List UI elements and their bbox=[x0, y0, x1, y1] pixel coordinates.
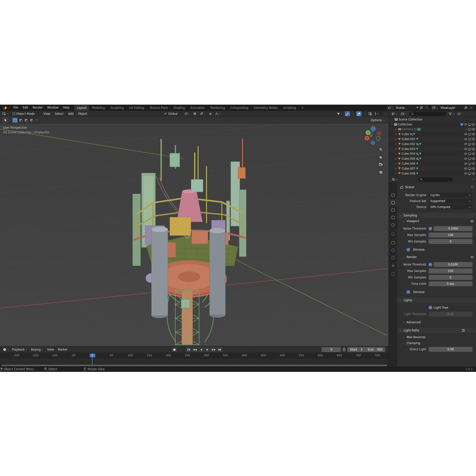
disable-render-toggle[interactable] bbox=[472, 148, 475, 150]
outliner-row[interactable]: ▾ Collection ✓ bbox=[389, 122, 476, 127]
collection-checkbox[interactable]: ✓ bbox=[460, 123, 463, 126]
properties-tab[interactable] bbox=[389, 222, 397, 228]
outliner-row[interactable]: ▸ Cube.007 ✓ bbox=[389, 166, 476, 171]
hide-eye-toggle[interactable] bbox=[464, 168, 467, 170]
properties-tab[interactable] bbox=[389, 199, 397, 206]
workspace-tab[interactable]: Texture Paint bbox=[147, 105, 171, 111]
hide-eye-toggle[interactable] bbox=[464, 133, 467, 135]
topbar-menu[interactable]: Help bbox=[61, 106, 72, 109]
active-tool-button[interactable] bbox=[2, 118, 8, 123]
expand-arrow[interactable]: ▸ bbox=[395, 133, 397, 135]
sampling-panel-header[interactable]: ⌄Sampling ⋮⋮⋮ bbox=[397, 212, 476, 218]
hide-eye-toggle[interactable] bbox=[464, 123, 467, 125]
scene-selector[interactable]: Scene × bbox=[387, 105, 429, 110]
property-dropdown[interactable]: Supported bbox=[429, 199, 473, 204]
shading-material-button[interactable] bbox=[379, 113, 381, 114]
disable-viewport-toggle[interactable] bbox=[468, 138, 471, 140]
snap-magnet-toggle[interactable] bbox=[192, 111, 197, 116]
mode-selector[interactable]: Object Mode bbox=[11, 111, 39, 116]
disable-render-toggle[interactable] bbox=[472, 153, 475, 155]
next-keyframe-button[interactable]: ▶◆ bbox=[211, 347, 216, 352]
workspace-tab[interactable]: Sculpting bbox=[108, 105, 126, 111]
snap-target-button[interactable] bbox=[183, 111, 191, 116]
navigation-gizmo[interactable]: Z Y X bbox=[365, 126, 381, 145]
previous-keyframe-button[interactable]: ◆◀ bbox=[192, 347, 198, 352]
properties-tab[interactable] bbox=[389, 254, 397, 261]
outliner-row[interactable]: ▸ Cube.003 ✓ bbox=[389, 147, 476, 151]
properties-tab[interactable] bbox=[389, 239, 397, 246]
viewlayer-name[interactable]: ViewLayer bbox=[441, 106, 463, 110]
expand-arrow[interactable]: ▸ bbox=[395, 138, 397, 140]
workspace-tab[interactable]: Rendering bbox=[208, 105, 228, 111]
disable-viewport-toggle[interactable] bbox=[468, 123, 471, 125]
jump-to-start-button[interactable]: ◀ bbox=[186, 347, 192, 352]
properties-search[interactable] bbox=[418, 177, 453, 182]
disable-render-toggle[interactable] bbox=[472, 163, 475, 165]
max-bounces-subheader[interactable]: ›Max Bounces bbox=[397, 334, 476, 340]
noise-threshold-value[interactable]: 0.0100 bbox=[434, 262, 473, 267]
hide-eye-toggle[interactable] bbox=[464, 143, 467, 145]
disable-viewport-toggle[interactable] bbox=[468, 143, 471, 145]
pin-icon[interactable] bbox=[416, 106, 419, 109]
outliner-row[interactable]: ▸ Cube ✓ bbox=[389, 132, 476, 137]
topbar-menu[interactable]: Window bbox=[45, 106, 60, 109]
viewport-menu[interactable]: Object bbox=[76, 111, 89, 117]
expand-arrow[interactable]: ▸ bbox=[395, 128, 397, 130]
preset-icon[interactable] bbox=[462, 329, 465, 331]
workspace-tab[interactable]: Shading bbox=[171, 105, 188, 111]
pan-button[interactable] bbox=[378, 154, 384, 160]
topbar-menu[interactable]: File bbox=[11, 106, 20, 109]
max-samples-value[interactable]: 150 bbox=[429, 268, 473, 273]
outliner-row[interactable]: ▸ Cube.002 ✓ bbox=[389, 142, 476, 147]
time-limit-value[interactable]: 0 sec bbox=[429, 281, 473, 286]
timeline-scrollbar[interactable] bbox=[0, 364, 388, 366]
viewlayer-selector[interactable]: ViewLayer × bbox=[431, 105, 474, 110]
current-frame-field[interactable]: 0 bbox=[322, 347, 341, 352]
expand-arrow[interactable]: ▸ bbox=[395, 148, 397, 150]
topbar-menu[interactable]: Edit bbox=[20, 106, 30, 109]
timeline-editor-type-button[interactable] bbox=[2, 347, 10, 352]
outliner-search[interactable] bbox=[409, 112, 446, 116]
properties-tab[interactable] bbox=[389, 192, 397, 198]
outliner-row[interactable]: Scene Collection ✓ bbox=[389, 117, 476, 122]
disable-render-toggle[interactable] bbox=[472, 123, 475, 125]
hide-eye-toggle[interactable] bbox=[464, 148, 467, 150]
scene-name[interactable]: Scene bbox=[396, 106, 415, 110]
disable-render-toggle[interactable] bbox=[472, 158, 475, 160]
new-collection-button[interactable] bbox=[457, 111, 462, 116]
properties-tab[interactable] bbox=[389, 247, 397, 253]
hide-eye-toggle[interactable] bbox=[464, 158, 467, 160]
timeline-menu[interactable]: Keying bbox=[29, 348, 45, 351]
toolbar-expand-arrow[interactable]: › bbox=[0, 125, 1, 128]
properties-editor-type-button[interactable] bbox=[391, 177, 399, 182]
gizmos-toggle[interactable] bbox=[345, 111, 350, 116]
workspace-tab[interactable]: + bbox=[299, 105, 307, 111]
orthographic-toggle-button[interactable] bbox=[378, 169, 384, 175]
min-samples-value[interactable]: 0 bbox=[429, 239, 473, 244]
select-intersect-button[interactable] bbox=[34, 118, 39, 123]
outliner-scene-mode-button[interactable] bbox=[400, 111, 408, 116]
preset-icon[interactable] bbox=[471, 220, 474, 222]
lights-panel-header[interactable]: ⌄Lights bbox=[397, 297, 476, 303]
outliner-row[interactable]: ▸ Cube.004 ✓ bbox=[389, 151, 476, 156]
options-button[interactable]: Options bbox=[369, 119, 386, 122]
disable-render-toggle[interactable] bbox=[472, 168, 475, 170]
disable-viewport-toggle[interactable] bbox=[468, 173, 471, 175]
property-dropdown[interactable]: GPU Compute bbox=[429, 205, 473, 209]
disable-render-toggle[interactable] bbox=[472, 138, 475, 140]
viewport-denoise-header[interactable]: ›✓Denoise bbox=[397, 247, 476, 253]
transform-orientation[interactable]: Global bbox=[163, 111, 182, 116]
noise-threshold-checkbox[interactable]: ✓ bbox=[429, 227, 432, 230]
workspace-tab[interactable]: Animation bbox=[188, 105, 208, 111]
shading-solid-button[interactable] bbox=[377, 113, 379, 114]
record-options-dropdown[interactable] bbox=[178, 347, 183, 352]
outliner-row[interactable]: ▸ Camera ✓ bbox=[389, 127, 476, 132]
preset-icon[interactable] bbox=[471, 256, 474, 258]
timeline-menu[interactable]: View bbox=[45, 348, 56, 351]
disable-viewport-toggle[interactable] bbox=[468, 158, 471, 160]
zoom-button[interactable] bbox=[378, 146, 384, 153]
outliner-row[interactable]: ▸ Cube.006 ✓ bbox=[389, 161, 476, 166]
workspace-tab[interactable]: Compositing bbox=[228, 105, 251, 111]
noise-threshold-checkbox[interactable]: ✓ bbox=[429, 263, 432, 266]
select-extend-button[interactable] bbox=[18, 118, 23, 123]
